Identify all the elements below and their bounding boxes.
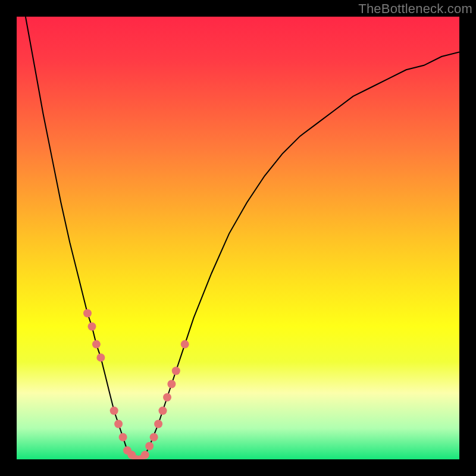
data-dot xyxy=(92,340,101,349)
data-dots xyxy=(83,309,189,460)
plot-area xyxy=(17,17,459,459)
data-dot xyxy=(163,393,171,402)
data-dot xyxy=(96,353,105,362)
data-dot xyxy=(119,433,127,441)
data-dot xyxy=(110,406,118,415)
data-dot xyxy=(83,309,92,318)
data-dot xyxy=(88,322,96,331)
canvas-frame: TheBottleneck.com xyxy=(0,0,476,476)
data-dot xyxy=(114,420,123,428)
bottleneck-curve xyxy=(26,17,459,459)
data-dot xyxy=(145,442,154,450)
watermark: TheBottleneck.com xyxy=(358,1,472,17)
data-dot xyxy=(181,340,189,349)
data-dot xyxy=(150,433,158,441)
data-dot xyxy=(154,420,162,428)
chart-svg xyxy=(17,17,459,459)
data-dot xyxy=(141,451,149,459)
data-dot xyxy=(167,380,176,389)
data-dot xyxy=(159,406,167,415)
data-dot xyxy=(172,367,180,375)
